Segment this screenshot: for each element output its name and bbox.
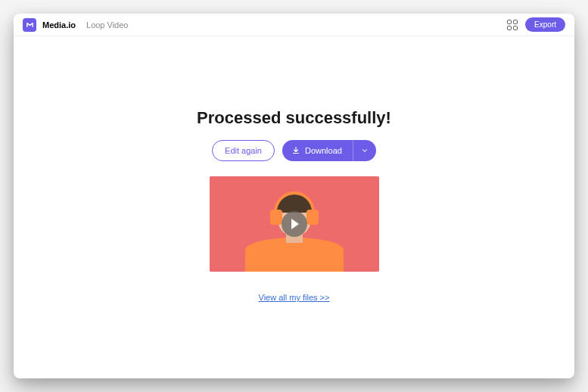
- video-thumbnail[interactable]: [210, 176, 379, 272]
- view-files-link[interactable]: View all my files >>: [259, 293, 330, 302]
- play-icon[interactable]: [282, 211, 307, 237]
- download-button-group: Download: [282, 140, 376, 161]
- apps-grid-icon[interactable]: [507, 20, 518, 30]
- main-content: Processed successfully! Edit again Downl…: [14, 36, 574, 378]
- download-label: Download: [305, 146, 342, 155]
- header-right: Export: [507, 17, 565, 32]
- brand-name[interactable]: Media.io: [42, 20, 76, 30]
- success-title: Processed successfully!: [197, 108, 391, 128]
- download-button[interactable]: Download: [282, 140, 353, 161]
- header-left: Media.io Loop Video: [23, 18, 128, 32]
- breadcrumb: Loop Video: [86, 20, 128, 30]
- action-buttons: Edit again Download: [212, 140, 376, 161]
- download-dropdown-button[interactable]: [353, 140, 376, 161]
- app-window: Media.io Loop Video Export Processed suc…: [14, 14, 574, 378]
- brand-logo-icon[interactable]: [23, 18, 36, 32]
- download-icon: [291, 146, 300, 155]
- header-bar: Media.io Loop Video Export: [14, 14, 574, 36]
- chevron-down-icon: [361, 147, 369, 154]
- export-button[interactable]: Export: [525, 17, 565, 32]
- edit-again-button[interactable]: Edit again: [212, 140, 275, 161]
